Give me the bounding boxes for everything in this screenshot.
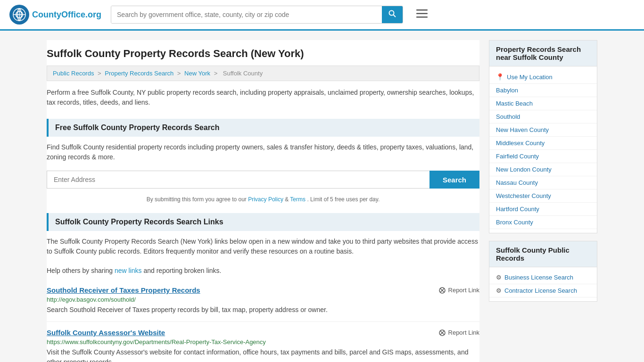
- sidebar-item-mastic-beach[interactable]: Mastic Beach: [489, 97, 597, 110]
- record-url-southold[interactable]: http://egov.basgov.com/southold/: [47, 296, 479, 303]
- sidebar-item-business-license[interactable]: ⚙ Business License Search: [489, 271, 597, 284]
- record-desc-southold: Search Southold Receiver of Taxes proper…: [47, 305, 479, 315]
- record-url-assessor[interactable]: https://www.suffolkcountyny.gov/Departme…: [47, 338, 479, 346]
- global-search-input[interactable]: [111, 6, 382, 23]
- breadcrumb: Public Records > Property Records Search…: [47, 66, 479, 81]
- gear-icon-business: ⚙: [496, 274, 502, 281]
- sidebar-item-nassau[interactable]: Nassau County: [489, 176, 597, 189]
- privacy-policy-link[interactable]: Privacy Policy: [248, 196, 283, 203]
- global-search-bar: [111, 6, 403, 24]
- form-note: By submitting this form you agree to our…: [47, 193, 479, 206]
- report-link-button-southold[interactable]: Report Link: [438, 287, 479, 294]
- record-link-item: Southold Receiver of Taxes Property Reco…: [47, 280, 479, 322]
- address-input[interactable]: [47, 171, 429, 189]
- svg-point-5: [389, 11, 394, 16]
- mastic-beach-label: Mastic Beach: [496, 100, 533, 107]
- sidebar: Property Records Search near Suffolk Cou…: [489, 40, 597, 362]
- middlesex-label: Middlesex County: [496, 140, 545, 147]
- logo[interactable]: CountyOffice.org: [9, 5, 101, 25]
- new-links-link[interactable]: new links: [115, 267, 142, 274]
- breadcrumb-property-records-search[interactable]: Property Records Search: [105, 70, 173, 77]
- use-my-location-label: Use My Location: [507, 74, 553, 81]
- page-layout: Suffolk County Property Records Search (…: [39, 31, 605, 362]
- free-search-description: Find Suffolk County residential property…: [47, 137, 479, 166]
- sidebar-suffolk-box: Suffolk County Public Records ⚙ Business…: [489, 241, 597, 302]
- links-section-desc2: Help others by sharing new links and rep…: [47, 260, 479, 280]
- terms-link[interactable]: Terms: [290, 196, 305, 203]
- sidebar-item-babylon[interactable]: Babylon: [489, 84, 597, 97]
- fairfield-label: Fairfield County: [496, 153, 539, 160]
- report-link-label-assessor: Report Link: [448, 329, 479, 336]
- business-license-label: Business License Search: [504, 274, 573, 281]
- sidebar-item-bronx[interactable]: Bronx County: [489, 216, 597, 229]
- bronx-label: Bronx County: [496, 219, 533, 226]
- main-content: Suffolk County Property Records Search (…: [47, 40, 479, 362]
- record-link-title-southold[interactable]: Southold Receiver of Taxes Property Reco…: [47, 286, 200, 294]
- nassau-label: Nassau County: [496, 179, 538, 186]
- record-desc-assessor: Visit the Suffolk County Assessor's webs…: [47, 347, 479, 362]
- breadcrumb-public-records[interactable]: Public Records: [53, 70, 94, 77]
- sidebar-item-hartford[interactable]: Hartford County: [489, 203, 597, 216]
- svg-rect-9: [416, 16, 428, 18]
- sidebar-item-westchester[interactable]: Westchester County: [489, 189, 597, 203]
- sidebar-item-new-london[interactable]: New London County: [489, 163, 597, 176]
- sidebar-suffolk-content: ⚙ Business License Search ⚙ Contractor L…: [489, 267, 597, 301]
- global-search-button[interactable]: [382, 6, 403, 23]
- sidebar-use-my-location[interactable]: 📍 Use My Location: [489, 70, 597, 84]
- page-description: Perform a free Suffolk County, NY public…: [47, 81, 479, 114]
- svg-line-6: [394, 15, 396, 17]
- record-link-title-assessor[interactable]: Suffolk County Assessor's Website: [47, 329, 165, 337]
- sidebar-item-contractor-license[interactable]: ⚙ Contractor License Search: [489, 284, 597, 297]
- record-links-list: Southold Receiver of Taxes Property Reco…: [47, 280, 479, 362]
- babylon-label: Babylon: [496, 87, 518, 94]
- hartford-label: Hartford County: [496, 206, 539, 213]
- logo-icon: [9, 5, 29, 25]
- sidebar-item-fairfield[interactable]: Fairfield County: [489, 150, 597, 163]
- breadcrumb-new-york[interactable]: New York: [184, 70, 210, 77]
- svg-rect-7: [416, 9, 428, 11]
- sidebar-nearby-content: 📍 Use My Location Babylon Mastic Beach S…: [489, 66, 597, 233]
- sidebar-item-new-haven[interactable]: New Haven County: [489, 123, 597, 137]
- record-link-title-row-assessor: Suffolk County Assessor's Website Report…: [47, 329, 479, 337]
- contractor-license-label: Contractor License Search: [504, 287, 577, 294]
- record-link-item-assessor: Suffolk County Assessor's Website Report…: [47, 322, 479, 362]
- sidebar-suffolk-header: Suffolk County Public Records: [489, 241, 597, 267]
- new-haven-label: New Haven County: [496, 126, 549, 133]
- sidebar-item-middlesex[interactable]: Middlesex County: [489, 137, 597, 150]
- page-title: Suffolk County Property Records Search (…: [47, 40, 479, 66]
- report-link-label-southold: Report Link: [448, 287, 479, 294]
- free-search-heading: Free Suffolk County Property Records Sea…: [47, 119, 479, 137]
- breadcrumb-current: Suffolk County: [223, 70, 263, 77]
- logo-text: CountyOffice.org: [32, 10, 101, 20]
- southold-label: Southold: [496, 113, 520, 120]
- address-search-row: Search: [47, 171, 479, 189]
- menu-button[interactable]: [413, 7, 431, 23]
- links-section-heading: Suffolk County Property Records Search L…: [47, 213, 479, 231]
- record-link-title-row: Southold Receiver of Taxes Property Reco…: [47, 286, 479, 294]
- new-london-label: New London County: [496, 166, 552, 173]
- svg-rect-8: [416, 13, 428, 15]
- sidebar-item-southold[interactable]: Southold: [489, 110, 597, 123]
- westchester-label: Westchester County: [496, 192, 551, 199]
- header: CountyOffice.org: [0, 0, 644, 31]
- gear-icon-contractor: ⚙: [496, 287, 502, 294]
- sidebar-nearby-box: Property Records Search near Suffolk Cou…: [489, 40, 597, 233]
- links-section-desc1: The Suffolk County Property Records Sear…: [47, 231, 479, 260]
- report-link-button-assessor[interactable]: Report Link: [438, 329, 479, 337]
- location-pin-icon: 📍: [496, 73, 504, 81]
- sidebar-nearby-header: Property Records Search near Suffolk Cou…: [489, 41, 597, 66]
- address-search-button[interactable]: Search: [429, 171, 479, 189]
